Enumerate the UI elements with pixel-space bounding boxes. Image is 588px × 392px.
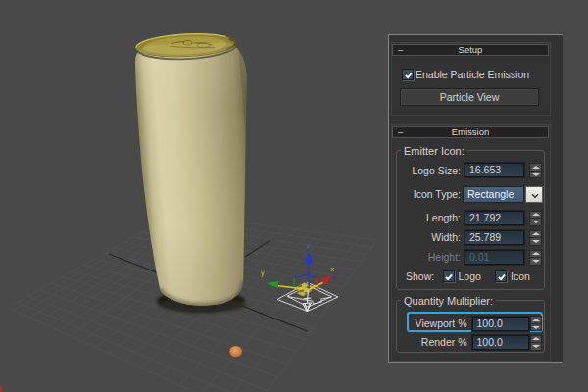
svg-text:y: y (261, 270, 265, 277)
svg-text:x: x (331, 266, 335, 272)
svg-text:z: z (307, 242, 311, 249)
